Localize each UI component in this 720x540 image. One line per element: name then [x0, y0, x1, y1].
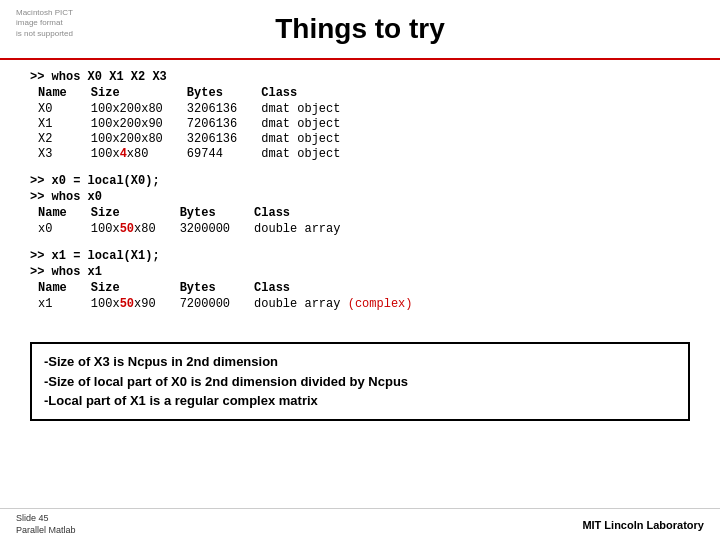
- table-row: X3 100x4x80 69744 dmat object: [38, 147, 364, 162]
- command-line-1: >> whos X0 X1 X2 X3: [30, 70, 690, 84]
- cell-class: dmat object: [261, 147, 364, 162]
- table-header-row-3: Name Size Bytes Class: [38, 281, 437, 297]
- lab-name: MIT Lincoln Laboratory: [582, 519, 704, 531]
- table-section-1: Name Size Bytes Class X0 100x200x80 3206…: [38, 86, 690, 162]
- cell-class: double array (complex): [254, 297, 436, 312]
- command-line-3b: >> whos x1: [30, 265, 690, 279]
- cell-bytes: 3200000: [180, 222, 254, 237]
- cell-name: X0: [38, 102, 91, 117]
- main-content: >> whos X0 X1 X2 X3 Name Size Bytes Clas…: [0, 60, 720, 334]
- table-row: X1 100x200x90 7206136 dmat object: [38, 117, 364, 132]
- course-label: Parallel Matlab: [16, 525, 76, 535]
- cell-size: 100x50x80: [91, 222, 180, 237]
- cell-size: 100x50x90: [91, 297, 180, 312]
- col-class-2: Class: [254, 206, 364, 222]
- col-size-2: Size: [91, 206, 180, 222]
- note-line-2: -Size of local part of X0 is 2nd dimensi…: [44, 372, 676, 392]
- page-title: Things to try: [275, 13, 445, 45]
- slide-label: Slide 45: [16, 513, 49, 523]
- command-line-3a: >> x1 = local(X1);: [30, 249, 690, 263]
- cell-bytes: 7206136: [187, 117, 261, 132]
- col-size-3: Size: [91, 281, 180, 297]
- table-header-row-1: Name Size Bytes Class: [38, 86, 364, 102]
- cell-size: 100x200x90: [91, 117, 187, 132]
- table-section-2: Name Size Bytes Class x0 100x50x80 32000…: [38, 206, 690, 237]
- col-size-1: Size: [91, 86, 187, 102]
- footer: Slide 45 Parallel Matlab MIT Lincoln Lab…: [0, 508, 720, 540]
- table-row: x0 100x50x80 3200000 double array: [38, 222, 364, 237]
- table-row: X0 100x200x80 3206136 dmat object: [38, 102, 364, 117]
- table-row: X2 100x200x80 3206136 dmat object: [38, 132, 364, 147]
- col-name-2: Name: [38, 206, 91, 222]
- section-2: >> x0 = local(X0); >> whos x0 Name Size …: [30, 174, 690, 237]
- command-line-2a: >> x0 = local(X0);: [30, 174, 690, 188]
- data-table-3: Name Size Bytes Class x1 100x50x90 72000…: [38, 281, 437, 312]
- col-bytes-3: Bytes: [180, 281, 254, 297]
- table-row: x1 100x50x90 7200000 double array (compl…: [38, 297, 437, 312]
- data-table-2: Name Size Bytes Class x0 100x50x80 32000…: [38, 206, 364, 237]
- col-name-3: Name: [38, 281, 91, 297]
- cell-size: 100x4x80: [91, 147, 187, 162]
- command-line-2b: >> whos x0: [30, 190, 690, 204]
- cell-name: X2: [38, 132, 91, 147]
- section-1: >> whos X0 X1 X2 X3 Name Size Bytes Clas…: [30, 70, 690, 162]
- cell-class: dmat object: [261, 102, 364, 117]
- cell-bytes: 7200000: [180, 297, 254, 312]
- cell-bytes: 3206136: [187, 132, 261, 147]
- col-bytes-2: Bytes: [180, 206, 254, 222]
- slide-info: Slide 45 Parallel Matlab: [16, 513, 76, 536]
- header: Macintosh PICT image format is not suppo…: [0, 0, 720, 60]
- col-class-3: Class: [254, 281, 436, 297]
- cell-name: X3: [38, 147, 91, 162]
- table-section-3: Name Size Bytes Class x1 100x50x90 72000…: [38, 281, 690, 312]
- cell-size: 100x200x80: [91, 102, 187, 117]
- table-header-row-2: Name Size Bytes Class: [38, 206, 364, 222]
- cell-name: x1: [38, 297, 91, 312]
- cell-size: 100x200x80: [91, 132, 187, 147]
- col-class-1: Class: [261, 86, 364, 102]
- cell-class: dmat object: [261, 117, 364, 132]
- note-line-3: -Local part of X1 is a regular complex m…: [44, 391, 676, 411]
- cell-bytes: 69744: [187, 147, 261, 162]
- col-name-1: Name: [38, 86, 91, 102]
- note-line-1: -Size of X3 is Ncpus in 2nd dimension: [44, 352, 676, 372]
- logo-placeholder: Macintosh PICT image format is not suppo…: [16, 8, 73, 39]
- cell-class: dmat object: [261, 132, 364, 147]
- data-table-1: Name Size Bytes Class X0 100x200x80 3206…: [38, 86, 364, 162]
- cell-class: double array: [254, 222, 364, 237]
- col-bytes-1: Bytes: [187, 86, 261, 102]
- cell-name: X1: [38, 117, 91, 132]
- cell-name: x0: [38, 222, 91, 237]
- section-3: >> x1 = local(X1); >> whos x1 Name Size …: [30, 249, 690, 312]
- note-box: -Size of X3 is Ncpus in 2nd dimension -S…: [30, 342, 690, 421]
- cell-bytes: 3206136: [187, 102, 261, 117]
